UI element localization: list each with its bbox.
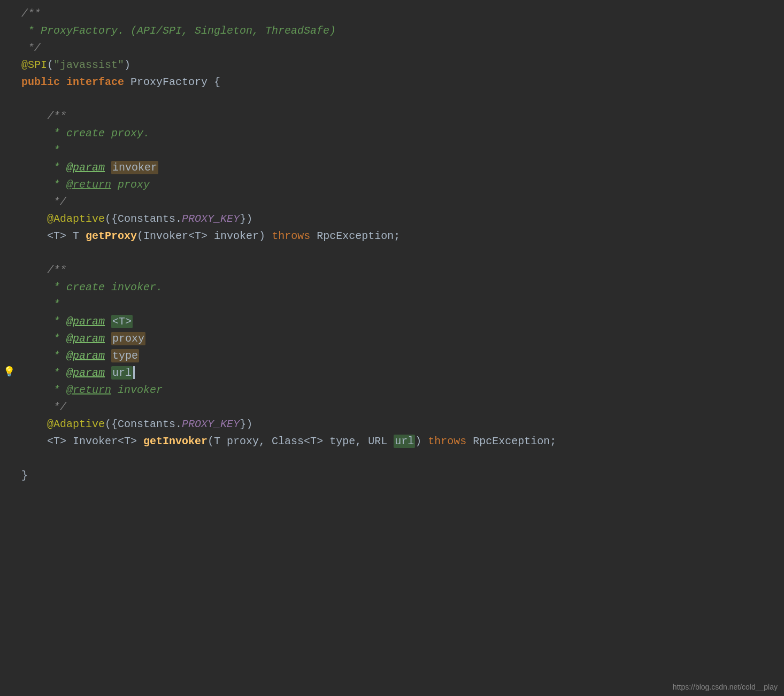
code-line-1: /** xyxy=(0,5,784,22)
class-declaration: public interface ProxyFactory { xyxy=(21,74,220,91)
lightbulb-icon: 💡 xyxy=(3,365,15,380)
footer-url-text: https://blog.csdn.net/cold__play xyxy=(673,683,778,691)
comment-close-2: */ xyxy=(21,194,66,211)
code-line-28: } xyxy=(0,467,784,484)
code-line-13: @Adaptive({Constants.PROXY_KEY}) xyxy=(0,211,784,228)
annotation-adaptive-2: @Adaptive({Constants.PROXY_KEY}) xyxy=(21,416,252,433)
code-line-2: * ProxyFactory. (API/SPI, Singleton, Thr… xyxy=(0,22,784,40)
code-line-20: * @param proxy xyxy=(0,330,784,347)
code-line-24: */ xyxy=(0,399,784,416)
code-line-27 xyxy=(0,450,784,467)
code-line-12: */ xyxy=(0,194,784,211)
method-getinvoker-url: URL url) throws RpcException; xyxy=(368,433,556,450)
code-line-19: * @param <T> xyxy=(0,313,784,330)
code-line-4: @SPI("javassist") xyxy=(0,57,784,74)
method-getinvoker: <T> Invoker<T> getInvoker(T proxy, Class… xyxy=(21,433,368,450)
comment-star-1: * xyxy=(21,142,60,159)
comment-param-url: * @param url xyxy=(21,365,135,382)
annotation-adaptive-1: @Adaptive({Constants.PROXY_KEY}) xyxy=(21,211,252,228)
comment-close-3: */ xyxy=(21,399,66,416)
closing-brace: } xyxy=(21,467,28,484)
code-line-11: * @return proxy xyxy=(0,176,784,194)
comment-return-proxy: * @return proxy xyxy=(21,176,150,194)
comment-class-desc: * ProxyFactory. (API/SPI, Singleton, Thr… xyxy=(21,22,336,40)
code-line-10: * @param invoker xyxy=(0,159,784,176)
empty-6 xyxy=(21,91,28,108)
comment-open-3: /** xyxy=(21,262,66,279)
annotation-spi: @SPI("javassist") xyxy=(21,57,130,74)
code-line-15 xyxy=(0,245,784,262)
comment-param-t: * @param <T> xyxy=(21,313,133,330)
code-line-17: * create invoker. xyxy=(0,279,784,296)
comment-param-invoker: * @param invoker xyxy=(21,159,158,176)
method-getproxy: <T> T getProxy(Invoker<T> invoker) throw… xyxy=(21,228,400,245)
code-line-5: public interface ProxyFactory { xyxy=(0,74,784,91)
code-line-9: * xyxy=(0,142,784,159)
code-line-22: 💡 * @param url xyxy=(0,365,784,382)
code-line-6 xyxy=(0,91,784,108)
comment-create-invoker: * create invoker. xyxy=(21,279,163,296)
code-line-3: */ xyxy=(0,40,784,57)
comment-return-invoker: * @return invoker xyxy=(21,382,163,399)
code-line-16: /** xyxy=(0,262,784,279)
code-line-8: * create proxy. xyxy=(0,125,784,142)
comment-open: /** xyxy=(21,5,41,22)
code-line-23: * @return invoker xyxy=(0,382,784,399)
comment-star-2: * xyxy=(21,296,60,313)
comment-create-proxy: * create proxy. xyxy=(21,125,150,142)
code-line-7: /** xyxy=(0,108,784,125)
comment-close-1: */ xyxy=(21,40,41,57)
footer-url: https://blog.csdn.net/cold__play xyxy=(666,678,784,696)
empty-27 xyxy=(21,450,28,467)
code-line-21: * @param type xyxy=(0,347,784,365)
code-line-26: <T> Invoker<T> getInvoker(T proxy, Class… xyxy=(0,433,784,450)
comment-open-2: /** xyxy=(21,108,66,125)
code-line-25: @Adaptive({Constants.PROXY_KEY}) xyxy=(0,416,784,433)
empty-15 xyxy=(21,245,28,262)
comment-param-proxy: * @param proxy xyxy=(21,330,145,347)
code-line-14: <T> T getProxy(Invoker<T> invoker) throw… xyxy=(0,228,784,245)
comment-param-type: * @param type xyxy=(21,347,139,365)
code-editor: /** * ProxyFactory. (API/SPI, Singleton,… xyxy=(0,0,784,696)
code-line-18: * xyxy=(0,296,784,313)
